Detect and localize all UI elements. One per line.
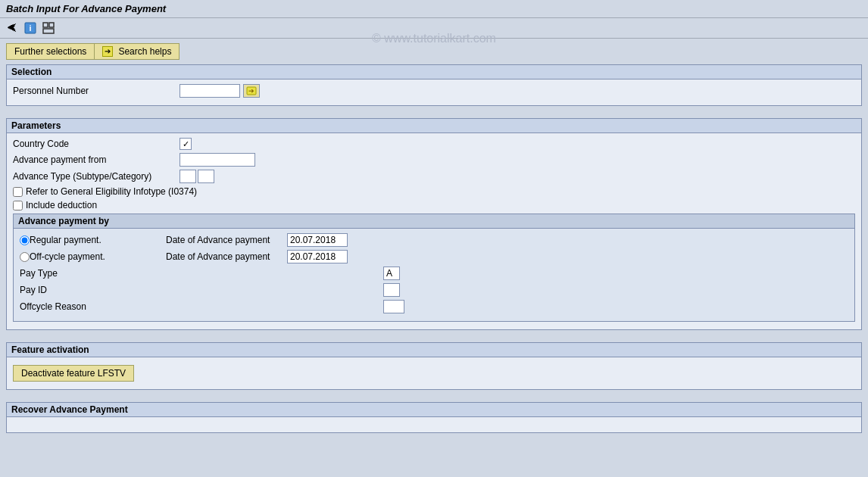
- back-icon[interactable]: ⮜: [5, 20, 20, 36]
- regular-payment-date-input[interactable]: [287, 233, 348, 247]
- offcycle-payment-date-input[interactable]: [287, 250, 348, 263]
- regular-payment-radio[interactable]: [20, 235, 30, 245]
- personnel-number-search-btn[interactable]: ➔: [243, 84, 260, 98]
- advance-payment-from-input[interactable]: [180, 153, 255, 167]
- advance-type-category-input[interactable]: [198, 170, 214, 183]
- gap2: [6, 336, 862, 342]
- pay-id-label: Pay ID: [20, 285, 262, 295]
- info-icon[interactable]: i: [23, 20, 38, 36]
- pay-type-label: Pay Type: [20, 268, 262, 279]
- feature-activation-body: Deactivate feature LFSTV: [7, 357, 861, 389]
- offcycle-payment-row: Off-cycle payment. Date of Advance payme…: [20, 250, 848, 263]
- pay-type-row: Pay Type: [20, 267, 848, 280]
- advance-type-subtype-input[interactable]: [180, 170, 196, 183]
- search-helps-tab[interactable]: ➔ Search helps: [95, 43, 180, 60]
- offcycle-payment-radio[interactable]: [20, 252, 30, 262]
- parameters-header: Parameters: [7, 119, 861, 133]
- recover-advance-body: [7, 417, 861, 432]
- selection-body: Personnel Number ➔: [7, 80, 861, 105]
- tab-bar: Further selections ➔ Search helps: [6, 43, 862, 60]
- country-code-row: Country Code ✓: [13, 138, 855, 150]
- main-content: Further selections ➔ Search helps Select…: [0, 39, 868, 444]
- include-deduction-checkbox[interactable]: [13, 201, 23, 210]
- selection-section: Selection Personnel Number ➔: [6, 64, 862, 106]
- country-code-checkbox[interactable]: ✓: [180, 138, 192, 150]
- gap3: [6, 396, 862, 402]
- country-code-label: Country Code: [13, 139, 180, 149]
- page-title: Batch Input For Advance Payment: [6, 3, 166, 14]
- svg-rect-3: [49, 23, 54, 27]
- further-selections-tab[interactable]: Further selections: [6, 43, 95, 60]
- deactivate-feature-button[interactable]: Deactivate feature LFSTV: [13, 365, 134, 382]
- svg-rect-4: [43, 29, 54, 33]
- advance-payment-by-body: Regular payment. Date of Advance payment…: [14, 229, 854, 321]
- regular-payment-label: Regular payment.: [30, 235, 166, 245]
- toolbar: ⮜ i © www.tutorialkart.com: [0, 18, 868, 39]
- regular-payment-row: Regular payment. Date of Advance payment: [20, 233, 848, 247]
- offcycle-reason-input[interactable]: [383, 300, 404, 313]
- layout-icon[interactable]: [41, 20, 56, 36]
- selection-header: Selection: [7, 65, 861, 80]
- advance-payment-from-label: Advance payment from: [13, 154, 180, 165]
- svg-rect-2: [43, 23, 48, 27]
- advance-payment-by-section: Advance payment by Regular payment. Date…: [13, 214, 855, 322]
- search-helps-label: Search helps: [118, 46, 171, 57]
- pay-type-input[interactable]: [383, 267, 400, 280]
- advance-payment-from-row: Advance payment from: [13, 153, 855, 167]
- personnel-number-input[interactable]: [180, 84, 240, 98]
- further-selections-label: Further selections: [14, 46, 86, 57]
- offcycle-reason-row: Offcycle Reason: [20, 300, 848, 313]
- include-deduction-label: Include deduction: [26, 200, 97, 210]
- offcycle-payment-date-label: Date of Advance payment: [166, 251, 287, 262]
- offcycle-reason-label: Offcycle Reason: [20, 301, 262, 312]
- parameters-body: Country Code ✓ Advance payment from Adva…: [7, 133, 861, 329]
- search-helps-arrow-icon: ➔: [102, 46, 113, 57]
- personnel-number-label: Personnel Number: [13, 86, 180, 96]
- offcycle-payment-label: Off-cycle payment.: [30, 251, 166, 262]
- gap1: [6, 112, 862, 118]
- advance-type-label: Advance Type (Subtype/Category): [13, 171, 180, 182]
- recover-advance-header: Recover Advance Payment: [7, 403, 861, 417]
- recover-advance-section: Recover Advance Payment: [6, 402, 862, 433]
- refer-general-checkbox[interactable]: [13, 187, 23, 197]
- refer-general-row: Refer to General Eligibility Infotype (I…: [13, 186, 855, 197]
- regular-payment-date-label: Date of Advance payment: [166, 235, 287, 245]
- advance-payment-by-header: Advance payment by: [14, 214, 854, 229]
- pay-id-input[interactable]: [383, 283, 400, 297]
- feature-activation-header: Feature activation: [7, 343, 861, 357]
- refer-general-label: Refer to General Eligibility Infotype (I…: [26, 186, 197, 197]
- feature-activation-section: Feature activation Deactivate feature LF…: [6, 342, 862, 390]
- title-bar: Batch Input For Advance Payment: [0, 0, 868, 18]
- include-deduction-row: Include deduction: [13, 200, 855, 210]
- advance-type-row: Advance Type (Subtype/Category): [13, 170, 855, 183]
- svg-text:➔: ➔: [248, 87, 254, 95]
- parameters-section: Parameters Country Code ✓ Advance paymen…: [6, 118, 862, 330]
- personnel-number-row: Personnel Number ➔: [13, 84, 855, 98]
- svg-text:i: i: [29, 23, 31, 33]
- pay-id-row: Pay ID: [20, 283, 848, 297]
